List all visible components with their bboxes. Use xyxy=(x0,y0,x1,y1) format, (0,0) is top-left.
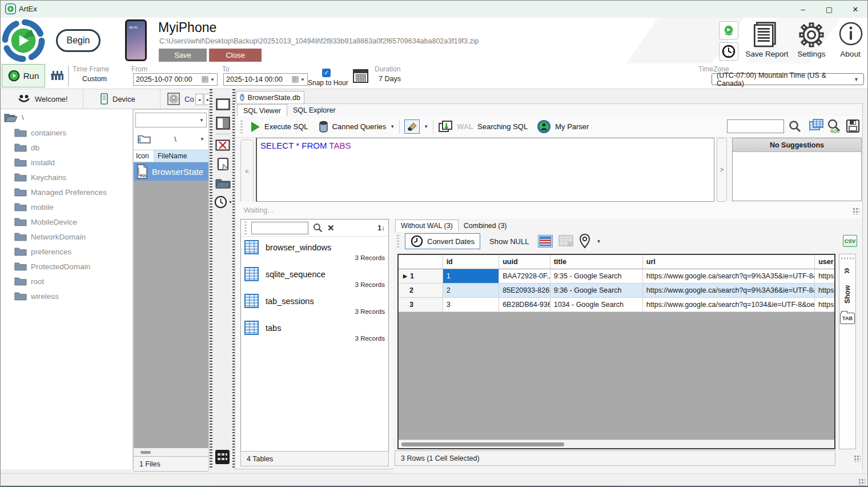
table-list-item[interactable]: browser_windows 3 Records xyxy=(244,240,385,261)
format-sql-button[interactable]: ▼ xyxy=(404,119,428,134)
tab-welcome[interactable]: Welcome! xyxy=(1,89,83,109)
run-button[interactable]: Run xyxy=(2,64,45,87)
tab-scroll-left-button[interactable]: ◄ xyxy=(195,94,203,105)
sql-editor[interactable]: SELECT * FROM TABS xyxy=(256,138,714,202)
grid-row-2[interactable]: 2 2 85E20933-826... 9:36 - Google Search… xyxy=(399,284,834,298)
export-csv-button[interactable]: CSV xyxy=(843,235,857,247)
tab-without-wal[interactable]: Without WAL (3) xyxy=(395,219,459,231)
single-pane-view-button[interactable] xyxy=(215,96,231,112)
open-folder-button[interactable] xyxy=(215,175,231,191)
file-list-hscroll-thumb[interactable] xyxy=(140,451,151,454)
search-icon[interactable] xyxy=(789,120,801,133)
save-report-button[interactable]: Save Report xyxy=(741,50,793,58)
splitter-grip[interactable] xyxy=(853,207,859,214)
clear-filter-icon[interactable]: ✕ xyxy=(327,223,335,233)
column-user[interactable]: user_ xyxy=(815,255,834,269)
about-button[interactable]: About xyxy=(833,50,867,58)
document-tab[interactable]: x BrowserState.db xyxy=(236,91,304,103)
selected-cell[interactable]: 1 xyxy=(443,269,500,284)
canned-queries-button[interactable]: Canned Queries ▼ xyxy=(319,121,395,133)
tree-item-wireless[interactable]: wireless xyxy=(1,289,132,304)
table-list-item[interactable]: tab_sessions 3 Records xyxy=(244,294,385,315)
save-button[interactable]: Save xyxy=(159,49,207,62)
settings-button[interactable]: Settings xyxy=(794,50,829,58)
sql-search-icon[interactable]: SQL xyxy=(826,118,841,133)
splitter-left[interactable] xyxy=(210,89,212,469)
maximize-button[interactable]: ▢ xyxy=(816,1,842,18)
tree-item-db[interactable]: db xyxy=(1,140,132,155)
convert-dates-button[interactable]: Convert Dates xyxy=(405,233,480,249)
highlight-rows-icon[interactable] xyxy=(538,235,553,248)
column-url[interactable]: url xyxy=(643,255,815,269)
map-pin-icon[interactable] xyxy=(579,234,590,249)
grid-row-3[interactable]: 3 3 6B28DB64-936... 1034 - Google Search… xyxy=(399,298,834,312)
show-null-button[interactable]: Show NULL xyxy=(486,237,532,246)
tab-contacts-partial[interactable]: Co xyxy=(160,89,192,109)
window-resize-grip[interactable] xyxy=(858,478,865,485)
map-pin-arrow[interactable]: ▼ xyxy=(596,239,601,244)
searching-sql-button[interactable]: WAL Searching SQL xyxy=(438,120,528,134)
timeline-icon-button[interactable] xyxy=(50,69,65,83)
results-grip[interactable] xyxy=(397,235,399,248)
from-dropdown-arrow[interactable]: ▼ xyxy=(210,77,215,82)
results-grid[interactable]: id uuid title url user_ ▶1 1 BAA72928-0F… xyxy=(397,254,835,449)
my-parser-button[interactable]: My Parser xyxy=(537,119,589,134)
close-window-button[interactable]: ✕ xyxy=(842,1,868,18)
file-list-hscrollbar[interactable] xyxy=(134,448,208,456)
column-id[interactable]: id xyxy=(443,255,500,269)
tree-item-networkdomain[interactable]: NetworkDomain xyxy=(1,229,132,244)
minimize-button[interactable]: – xyxy=(790,1,816,18)
tree-item-mobile[interactable]: mobile xyxy=(1,199,132,214)
from-date-input[interactable]: 2025-10-07 00:00 ▼ xyxy=(133,73,218,86)
timezone-select[interactable]: (UTC-07:00) Mountain Time (US & Canada) … xyxy=(712,73,864,85)
hex-view-button[interactable] xyxy=(215,449,230,465)
tree-item-installd[interactable]: installd xyxy=(1,155,132,170)
sort-order-button[interactable]: 1↓ xyxy=(377,224,385,232)
path-selector[interactable]: \ ▼ xyxy=(135,131,207,146)
execute-sql-button[interactable]: Execute SQL xyxy=(251,121,308,133)
table-list-item[interactable]: tabs 3 Records xyxy=(244,321,385,342)
tree-item-preferences[interactable]: preferences xyxy=(1,244,132,259)
column-title[interactable]: title xyxy=(550,255,643,269)
table-list-item[interactable]: sqlite_sequence 3 Records xyxy=(244,267,385,288)
column-icon[interactable]: Icon xyxy=(134,150,154,162)
tree-item-mobiledevice[interactable]: MobileDevice xyxy=(1,214,132,229)
grid-results-icon[interactable] xyxy=(809,119,824,133)
notebook-button[interactable] xyxy=(215,156,231,172)
tab-panel-button[interactable]: TAB xyxy=(840,313,855,324)
clock-quick-button[interactable] xyxy=(719,42,738,61)
close-backup-button[interactable]: Close xyxy=(209,49,262,62)
results-resize-grip[interactable] xyxy=(854,455,861,462)
grid-hscroll-thumb[interactable] xyxy=(401,442,564,446)
table-filter-input[interactable] xyxy=(251,222,308,234)
tree-item-keychains[interactable]: Keychains xyxy=(1,170,132,185)
tree-item-containers[interactable]: containers xyxy=(1,125,132,140)
tab-combined[interactable]: Combined (3) xyxy=(459,219,512,231)
to-dropdown-arrow[interactable]: ▼ xyxy=(300,77,305,82)
to-date-input[interactable]: 2025-10-14 00:00 ▼ xyxy=(223,73,308,86)
history-clock-button[interactable]: ▼ xyxy=(214,194,233,210)
column-uuid[interactable]: uuid xyxy=(499,255,550,269)
side-panel-grip[interactable] xyxy=(841,257,854,260)
close-tab-icon[interactable]: x xyxy=(240,94,244,101)
tree-item-managed-preferences[interactable]: Managed Preferences xyxy=(1,185,132,199)
tree-item-root[interactable]: root xyxy=(1,274,132,289)
collapse-editor-left-button[interactable]: < xyxy=(240,139,254,203)
tab-sql-viewer[interactable]: SQL Viewer xyxy=(237,104,287,117)
file-row-browserstate[interactable]: SQL BrowserState xyxy=(134,162,208,181)
close-file-button[interactable] xyxy=(215,137,231,153)
snap-to-hour-checkbox[interactable]: ✓ xyxy=(322,69,331,77)
begin-button[interactable]: Begin xyxy=(56,29,101,52)
table-search-icon[interactable] xyxy=(313,223,323,233)
grid-hscrollbar[interactable] xyxy=(399,440,834,448)
column-filename[interactable]: FileName xyxy=(154,150,208,162)
tables-grip[interactable] xyxy=(244,222,247,234)
toolbar-grip[interactable] xyxy=(240,121,243,133)
sql-search-input[interactable] xyxy=(727,119,784,133)
tab-sql-explorer[interactable]: SQL Explorer xyxy=(287,104,341,117)
split-pane-view-button[interactable] xyxy=(215,115,231,131)
tab-device[interactable]: Device xyxy=(83,89,160,109)
tree-item-protecteddomain[interactable]: ProtectedDomain xyxy=(1,259,132,274)
file-filter-combobox[interactable]: ▼ xyxy=(135,113,207,127)
save-sql-icon[interactable] xyxy=(846,119,860,133)
